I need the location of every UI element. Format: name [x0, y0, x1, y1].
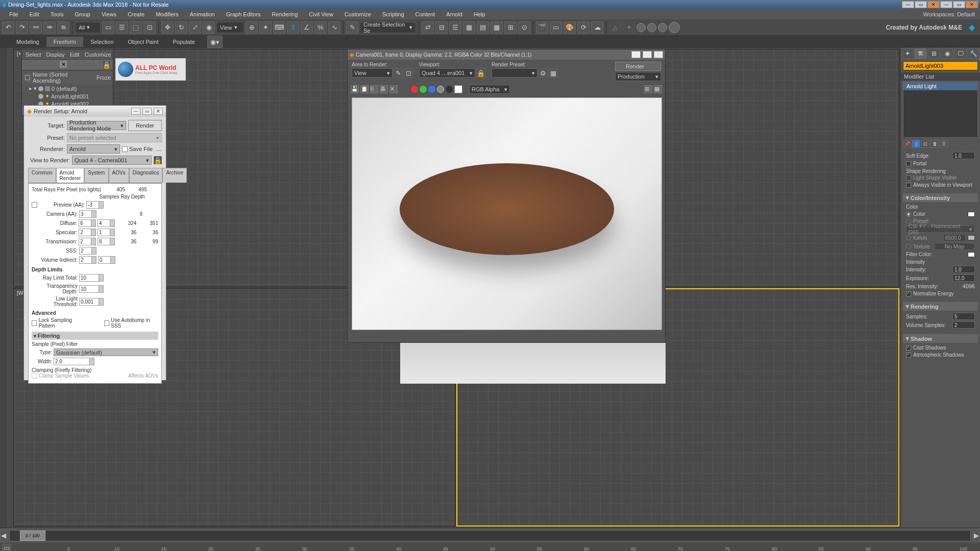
- area-auto-button[interactable]: ⊡: [404, 68, 413, 78]
- layer-explorer-button[interactable]: ▦: [463, 21, 475, 34]
- menu-customize[interactable]: Customize: [339, 10, 376, 18]
- placement-button[interactable]: ◉: [203, 21, 215, 34]
- menu-tools[interactable]: Tools: [45, 10, 69, 18]
- curve-editor-button[interactable]: ▤: [477, 21, 489, 34]
- time-slider[interactable]: 0 / 100: [9, 530, 971, 541]
- object-color-swatch[interactable]: [969, 63, 975, 69]
- menu-modifiers[interactable]: Modifiers: [151, 10, 184, 18]
- menu-help[interactable]: Help: [469, 10, 491, 18]
- unlink-button[interactable]: ⚮: [43, 21, 56, 34]
- menu-edit[interactable]: Edit: [24, 10, 44, 18]
- vol-depth[interactable]: 0: [98, 256, 115, 264]
- close2-button[interactable]: ✕: [966, 1, 978, 8]
- modifier-list-label[interactable]: Modifier List: [901, 72, 980, 81]
- color-radio[interactable]: [906, 212, 911, 217]
- rfw-render-button[interactable]: Render: [615, 62, 661, 71]
- redo-button[interactable]: ↷: [16, 21, 28, 34]
- vol-samples[interactable]: 2: [79, 256, 96, 264]
- texture-radio[interactable]: [906, 244, 911, 249]
- named-selection[interactable]: Create Selection Se▾: [360, 22, 416, 33]
- lock-viewport-button[interactable]: 🔒: [476, 68, 485, 78]
- preview-aa-spinner[interactable]: -3: [86, 201, 104, 209]
- lock-view-button[interactable]: 🔒: [154, 156, 162, 164]
- menu-file[interactable]: File: [4, 10, 23, 18]
- production-dropdown[interactable]: Production▾: [615, 72, 661, 81]
- trans-samples[interactable]: 2: [79, 238, 96, 245]
- clone-button[interactable]: ⎘: [370, 85, 378, 93]
- tab-selection[interactable]: Selection: [83, 37, 120, 47]
- filter-type-dropdown[interactable]: Gaussian (default)▾: [54, 348, 158, 356]
- cp-tab-hierarchy[interactable]: ⊞: [927, 48, 940, 59]
- material-editor-button[interactable]: ⊙: [518, 21, 530, 34]
- exposure-spinner[interactable]: 12.0: [952, 274, 975, 282]
- bind-button[interactable]: ≋: [57, 21, 69, 34]
- rs-tab-aovs[interactable]: AOVs: [109, 168, 129, 183]
- minimize-button[interactable]: —: [902, 1, 914, 8]
- menu-civil-view[interactable]: Civil View: [304, 10, 338, 18]
- scene-lock-button[interactable]: 🔒: [103, 61, 111, 69]
- close-button[interactable]: ✕: [927, 1, 940, 8]
- scale-button[interactable]: ⤢: [189, 21, 201, 34]
- make-unique-button[interactable]: ⊡: [921, 140, 929, 148]
- print-button[interactable]: 🖶: [380, 85, 388, 93]
- viewport-dropdown[interactable]: Quad 4 …era001▾: [419, 68, 475, 78]
- camera-aa-spinner[interactable]: 3: [79, 210, 96, 218]
- sss-samples[interactable]: 2: [79, 247, 96, 255]
- workspace-label[interactable]: Workspaces: Default: [923, 11, 980, 17]
- tab-populate[interactable]: Populate: [165, 37, 202, 47]
- configure-button[interactable]: ☰: [940, 140, 948, 148]
- menu-create[interactable]: Create: [122, 10, 150, 18]
- pivot-button[interactable]: ⊕: [246, 21, 258, 34]
- view-dropdown[interactable]: Quad 4 - Camera001▾: [72, 156, 152, 165]
- texture-button[interactable]: No Map: [934, 243, 975, 250]
- renderer-dropdown[interactable]: Arnold▾: [67, 144, 120, 154]
- kelvin-radio[interactable]: [906, 235, 911, 240]
- transp-depth-spinner[interactable]: 10: [79, 285, 104, 293]
- diffuse-samples[interactable]: 6: [79, 219, 96, 227]
- preset-dropdown[interactable]: CIE F7 - Fluorescent D65▾: [906, 226, 975, 233]
- soft-edge-spinner[interactable]: 1.0: [952, 152, 975, 159]
- scene-tool-display[interactable]: Display: [44, 52, 67, 58]
- render-prod-button[interactable]: 🎨: [564, 21, 576, 34]
- kelvin-spinner[interactable]: 6500.0: [943, 234, 966, 241]
- rendering-rollout[interactable]: ▾ Rendering: [903, 302, 978, 311]
- angle-snap-button[interactable]: ∠: [301, 21, 313, 34]
- percent-snap-button[interactable]: %: [314, 21, 327, 34]
- blue-channel-button[interactable]: [428, 86, 435, 93]
- cp-tab-motion[interactable]: ◉: [941, 48, 953, 59]
- env-button[interactable]: ▦: [549, 68, 558, 78]
- scene-tool-edit[interactable]: Edit: [68, 52, 82, 58]
- rs-close[interactable]: ✕: [154, 108, 163, 115]
- cast-shadows-checkbox[interactable]: [906, 345, 911, 350]
- rs-tab-diagnostics[interactable]: Diagnostics: [129, 168, 163, 183]
- cp-tab-create[interactable]: ✦: [901, 48, 914, 59]
- time-slider-handle[interactable]: 0 / 100: [20, 531, 45, 541]
- menu-arnold[interactable]: Arnold: [441, 10, 468, 18]
- save-file-checkbox[interactable]: [122, 146, 128, 152]
- menu-content[interactable]: Content: [410, 10, 440, 18]
- rendered-frame-button[interactable]: ▭: [550, 21, 562, 34]
- rs-maximize[interactable]: ▭: [142, 108, 152, 115]
- autobump-check[interactable]: [104, 320, 109, 326]
- rfw-maximize[interactable]: ▭: [643, 51, 652, 58]
- preview-aa-check[interactable]: [32, 202, 37, 208]
- vol-samples-spinner[interactable]: 2: [952, 321, 975, 329]
- preset-button[interactable]: ✦: [623, 21, 635, 34]
- stack-arnold-light[interactable]: Arnold Light: [903, 82, 977, 90]
- menu-graph-editors[interactable]: Graph Editors: [221, 10, 266, 18]
- menu-views[interactable]: Views: [96, 10, 121, 18]
- pin-stack-button[interactable]: 📌: [903, 140, 911, 148]
- restore2-button[interactable]: ▭: [953, 1, 965, 8]
- rs-tab-system[interactable]: System: [84, 168, 108, 183]
- kelvin-swatch[interactable]: [968, 235, 975, 240]
- signin2-button[interactable]: [647, 23, 656, 32]
- ref-coord-dropdown[interactable]: View▾: [216, 22, 244, 33]
- render-setup-titlebar[interactable]: ◆ Render Setup: Arnold — ▭ ✕: [24, 106, 166, 117]
- ribbon-overflow[interactable]: ◉▾: [207, 36, 223, 48]
- copy-image-button[interactable]: 📋: [360, 85, 369, 93]
- always-visible-checkbox[interactable]: [906, 183, 911, 188]
- window-cross-button[interactable]: ⊡: [143, 21, 156, 34]
- rs-minimize[interactable]: —: [131, 108, 140, 115]
- cp-tab-utilities[interactable]: 🔧: [967, 48, 980, 59]
- rfw-minimize[interactable]: —: [631, 51, 641, 58]
